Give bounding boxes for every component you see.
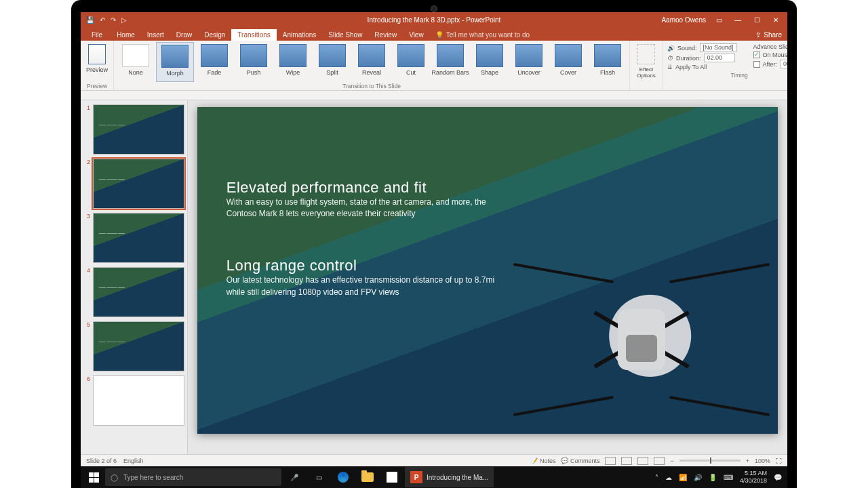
taskbar-search[interactable]: ◯ Type here to search [105, 468, 281, 486]
maximize-button[interactable]: ☐ [751, 16, 763, 24]
minimize-button[interactable]: — [732, 16, 744, 24]
slide-thumbnail-5[interactable]: 5—— ——— —— [83, 321, 184, 371]
transition-cover[interactable]: Cover [549, 42, 587, 82]
tab-insert[interactable]: Insert [141, 29, 170, 41]
transition-push[interactable]: Push [235, 42, 273, 82]
transition-morph[interactable]: Morph [156, 42, 194, 82]
taskbar-file-explorer[interactable] [356, 467, 379, 487]
effect-options-button[interactable]: Effect Options [633, 42, 660, 82]
thumbnail-preview: —— ——— —— [93, 213, 184, 263]
transition-shape[interactable]: Shape [471, 42, 509, 82]
input-icon[interactable]: ⌨ [724, 474, 733, 481]
action-center-icon[interactable]: 💬 [774, 474, 782, 481]
transition-cut[interactable]: Cut [392, 42, 430, 82]
tab-animations[interactable]: Animations [277, 29, 322, 41]
zoom-slider[interactable] [679, 460, 741, 462]
fit-to-window-button[interactable]: ⛶ [776, 458, 782, 464]
advance-slide-label: Advance Slide [753, 43, 787, 50]
notes-button[interactable]: 📝 Notes [530, 458, 555, 464]
apply-to-all-button[interactable]: Apply To All [675, 64, 707, 70]
slideshow-view-button[interactable] [654, 457, 665, 465]
slide-thumbnail-6[interactable]: 6 [83, 375, 184, 426]
taskbar-app-powerpoint[interactable]: P Introducing the Ma... [405, 467, 494, 487]
tab-view[interactable]: View [403, 29, 430, 41]
tab-slideshow[interactable]: Slide Show [322, 29, 368, 41]
transition-label: Cover [560, 69, 576, 76]
effect-options-label: Effect Options [633, 66, 660, 79]
transition-split[interactable]: Split [313, 42, 351, 82]
slide-thumbnails-panel[interactable]: 1—— ——— ——2—— ——— ——3—— ——— ——4—— ——— ——… [81, 100, 188, 454]
transition-reveal[interactable]: Reveal [353, 42, 391, 82]
transition-none[interactable]: None [117, 42, 155, 82]
group-label-timing: Timing [667, 71, 787, 79]
save-icon[interactable]: 💾 [86, 16, 94, 24]
slide-heading-2[interactable]: Long range control [226, 257, 511, 274]
current-slide[interactable]: Elevated performance and fit With an eas… [197, 107, 778, 434]
after-checkbox[interactable] [753, 61, 760, 68]
start-slideshow-icon[interactable]: ▷ [121, 16, 127, 24]
zoom-in-button[interactable]: + [746, 458, 749, 464]
transition-wipe[interactable]: Wipe [274, 42, 312, 82]
transition-flash[interactable]: Flash [589, 42, 627, 82]
preview-button[interactable]: Preview [83, 42, 111, 82]
cortana-mic-icon[interactable]: 🎤 [283, 467, 306, 487]
undo-icon[interactable]: ↶ [100, 16, 105, 24]
taskbar-store[interactable] [380, 467, 403, 487]
taskbar-edge[interactable] [332, 467, 355, 487]
sound-dropdown[interactable]: [No Sound] [700, 43, 737, 52]
start-button[interactable] [83, 467, 104, 487]
tab-transitions[interactable]: Transitions [231, 29, 277, 41]
close-button[interactable]: ✕ [770, 16, 782, 24]
ribbon-options-icon[interactable]: ▭ [713, 16, 725, 24]
tab-design[interactable]: Design [198, 29, 231, 41]
onedrive-icon[interactable]: ☁ [665, 474, 672, 481]
comments-button[interactable]: 💬 Comments [561, 458, 599, 464]
slide-thumbnail-2[interactable]: 2—— ——— —— [83, 159, 184, 209]
slide-body-1[interactable]: With an easy to use flight system, state… [226, 197, 511, 220]
tell-me-placeholder: Tell me what you want to do [446, 31, 530, 39]
task-view-button[interactable]: ▭ [307, 467, 330, 487]
volume-icon[interactable]: 🔊 [694, 474, 702, 481]
sorter-view-button[interactable] [621, 457, 632, 465]
language-indicator[interactable]: English [123, 458, 144, 464]
normal-view-button[interactable] [605, 457, 616, 465]
thumbnail-number: 5 [83, 321, 90, 371]
group-effect-options: Effect Options [630, 41, 663, 90]
thumbnail-preview: —— ——— —— [93, 159, 184, 209]
zoom-out-button[interactable]: − [670, 458, 673, 464]
signed-in-user[interactable]: Aamoo Owens [661, 16, 706, 24]
sound-label: Sound: [677, 45, 697, 52]
slide-canvas-area[interactable]: Elevated performance and fit With an eas… [188, 100, 787, 454]
tab-file[interactable]: File [83, 29, 111, 41]
transition-uncover[interactable]: Uncover [510, 42, 548, 82]
duration-label: Duration: [676, 55, 701, 62]
network-icon[interactable]: 📶 [679, 474, 687, 481]
slide-heading-1[interactable]: Elevated performance and fit [226, 179, 511, 197]
slide-thumbnail-4[interactable]: 4—— ——— —— [83, 267, 184, 317]
after-time-input[interactable]: 00:00.00 [780, 60, 787, 68]
tab-home[interactable]: Home [111, 29, 141, 41]
tab-draw[interactable]: Draw [170, 29, 198, 41]
slide-body-2[interactable]: Our latest technology has an effective t… [226, 274, 511, 298]
duration-icon: ⏱ [667, 55, 673, 62]
slide-thumbnail-1[interactable]: 1—— ——— —— [83, 104, 184, 155]
transition-fade[interactable]: Fade [195, 42, 233, 82]
cortana-icon: ◯ [111, 474, 118, 481]
tab-review[interactable]: Review [368, 29, 403, 41]
reading-view-button[interactable] [637, 457, 648, 465]
tell-me-search[interactable]: 💡 Tell me what you want to do [430, 29, 535, 41]
on-mouse-click-checkbox[interactable] [753, 52, 760, 58]
quick-access-toolbar: 💾 ↶ ↷ ▷ [81, 16, 127, 24]
thumbnail-number: 2 [83, 159, 90, 209]
transition-random-bars[interactable]: Random Bars [431, 42, 469, 82]
zoom-level[interactable]: 100% [755, 458, 770, 464]
thumbnail-preview: —— ——— —— [93, 104, 184, 155]
share-button[interactable]: ⇪ Share [755, 31, 782, 39]
battery-icon[interactable]: 🔋 [709, 474, 717, 481]
redo-icon[interactable]: ↷ [111, 16, 116, 24]
thumbnail-preview: —— ——— —— [93, 321, 184, 371]
taskbar-clock[interactable]: 5:15 AM 4/30/2018 [740, 470, 767, 485]
duration-input[interactable]: 02.00 [704, 54, 735, 62]
slide-thumbnail-3[interactable]: 3—— ——— —— [83, 213, 184, 263]
tray-overflow-icon[interactable]: ˄ [655, 474, 658, 481]
